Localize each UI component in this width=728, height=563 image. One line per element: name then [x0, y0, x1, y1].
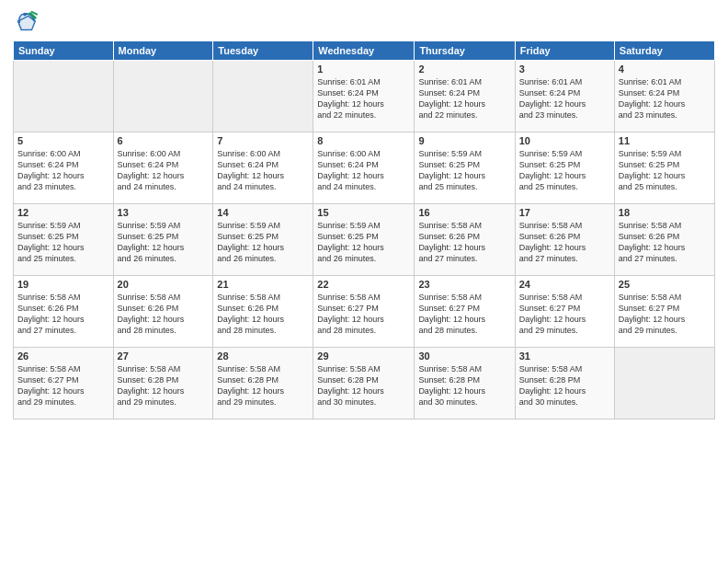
day-number: 20 [118, 279, 210, 290]
calendar-cell [113, 61, 213, 132]
day-info: Sunrise: 5:59 AM Sunset: 6:25 PM Dayligh… [519, 148, 610, 193]
calendar-cell [14, 61, 114, 132]
day-info: Sunrise: 5:58 AM Sunset: 6:28 PM Dayligh… [418, 363, 510, 408]
day-number: 24 [519, 279, 610, 290]
weekday-header-saturday: Saturday [614, 41, 714, 61]
svg-point-2 [23, 13, 27, 17]
day-number: 21 [217, 279, 309, 290]
calendar-cell: 22Sunrise: 5:58 AM Sunset: 6:27 PM Dayli… [313, 276, 415, 348]
day-number: 19 [17, 279, 109, 290]
calendar-cell: 13Sunrise: 5:59 AM Sunset: 6:25 PM Dayli… [113, 204, 213, 276]
day-number: 30 [418, 350, 510, 362]
weekday-header-tuesday: Tuesday [213, 41, 313, 61]
day-number: 12 [17, 207, 109, 218]
calendar-cell: 14Sunrise: 5:59 AM Sunset: 6:25 PM Dayli… [213, 204, 313, 276]
logo-icon [13, 9, 39, 35]
day-number: 5 [17, 135, 109, 146]
weekday-header-wednesday: Wednesday [313, 41, 415, 61]
day-info: Sunrise: 5:58 AM Sunset: 6:26 PM Dayligh… [519, 220, 610, 265]
day-number: 16 [418, 207, 510, 218]
weekday-header-monday: Monday [113, 41, 213, 61]
calendar-cell [614, 348, 714, 419]
calendar-cell [213, 61, 313, 132]
day-info: Sunrise: 5:59 AM Sunset: 6:25 PM Dayligh… [418, 148, 510, 193]
calendar-cell: 1Sunrise: 6:01 AM Sunset: 6:24 PM Daylig… [313, 61, 415, 132]
calendar-cell: 27Sunrise: 5:58 AM Sunset: 6:28 PM Dayli… [113, 348, 213, 419]
calendar-cell: 26Sunrise: 5:58 AM Sunset: 6:27 PM Dayli… [14, 348, 114, 419]
calendar-cell: 24Sunrise: 5:58 AM Sunset: 6:27 PM Dayli… [515, 276, 614, 348]
day-number: 28 [217, 350, 309, 362]
calendar-cell: 29Sunrise: 5:58 AM Sunset: 6:28 PM Dayli… [313, 348, 415, 419]
day-number: 25 [619, 279, 711, 290]
day-number: 26 [17, 350, 109, 362]
header [13, 9, 715, 35]
day-number: 10 [519, 135, 610, 146]
logo [13, 9, 42, 35]
week-row-4: 19Sunrise: 5:58 AM Sunset: 6:26 PM Dayli… [14, 276, 715, 348]
day-info: Sunrise: 5:58 AM Sunset: 6:27 PM Dayligh… [17, 363, 109, 408]
day-info: Sunrise: 6:01 AM Sunset: 6:24 PM Dayligh… [519, 76, 610, 121]
day-info: Sunrise: 5:59 AM Sunset: 6:25 PM Dayligh… [17, 220, 109, 265]
day-number: 22 [317, 279, 410, 290]
day-info: Sunrise: 6:01 AM Sunset: 6:24 PM Dayligh… [619, 76, 711, 121]
day-info: Sunrise: 5:58 AM Sunset: 6:27 PM Dayligh… [317, 292, 410, 337]
calendar-cell: 30Sunrise: 5:58 AM Sunset: 6:28 PM Dayli… [415, 348, 515, 419]
day-info: Sunrise: 5:58 AM Sunset: 6:27 PM Dayligh… [519, 292, 610, 337]
day-info: Sunrise: 5:58 AM Sunset: 6:26 PM Dayligh… [17, 292, 109, 337]
week-row-1: 1Sunrise: 6:01 AM Sunset: 6:24 PM Daylig… [14, 61, 715, 132]
calendar-cell: 25Sunrise: 5:58 AM Sunset: 6:27 PM Dayli… [614, 276, 714, 348]
day-info: Sunrise: 5:58 AM Sunset: 6:26 PM Dayligh… [418, 220, 510, 265]
day-number: 11 [619, 135, 711, 146]
weekday-header-thursday: Thursday [415, 41, 515, 61]
day-number: 31 [519, 350, 610, 362]
day-number: 23 [418, 279, 510, 290]
calendar-cell: 10Sunrise: 5:59 AM Sunset: 6:25 PM Dayli… [515, 132, 614, 204]
day-number: 15 [317, 207, 410, 218]
week-row-3: 12Sunrise: 5:59 AM Sunset: 6:25 PM Dayli… [14, 204, 715, 276]
calendar-cell: 21Sunrise: 5:58 AM Sunset: 6:26 PM Dayli… [213, 276, 313, 348]
calendar-cell: 31Sunrise: 5:58 AM Sunset: 6:28 PM Dayli… [515, 348, 614, 419]
calendar-cell: 20Sunrise: 5:58 AM Sunset: 6:26 PM Dayli… [113, 276, 213, 348]
day-info: Sunrise: 5:58 AM Sunset: 6:28 PM Dayligh… [217, 363, 309, 408]
day-number: 13 [118, 207, 210, 218]
calendar-cell: 4Sunrise: 6:01 AM Sunset: 6:24 PM Daylig… [614, 61, 714, 132]
day-number: 2 [418, 63, 510, 75]
day-info: Sunrise: 5:58 AM Sunset: 6:27 PM Dayligh… [619, 292, 711, 337]
day-number: 9 [418, 135, 510, 146]
day-number: 7 [217, 135, 309, 146]
day-number: 27 [118, 350, 210, 362]
calendar-cell: 12Sunrise: 5:59 AM Sunset: 6:25 PM Dayli… [14, 204, 114, 276]
day-info: Sunrise: 5:58 AM Sunset: 6:28 PM Dayligh… [519, 363, 610, 408]
calendar-cell: 3Sunrise: 6:01 AM Sunset: 6:24 PM Daylig… [515, 61, 614, 132]
calendar-cell: 17Sunrise: 5:58 AM Sunset: 6:26 PM Dayli… [515, 204, 614, 276]
calendar-cell: 16Sunrise: 5:58 AM Sunset: 6:26 PM Dayli… [415, 204, 515, 276]
day-info: Sunrise: 6:00 AM Sunset: 6:24 PM Dayligh… [217, 148, 309, 193]
day-info: Sunrise: 5:58 AM Sunset: 6:28 PM Dayligh… [317, 363, 410, 408]
week-row-2: 5Sunrise: 6:00 AM Sunset: 6:24 PM Daylig… [14, 132, 715, 204]
day-info: Sunrise: 6:00 AM Sunset: 6:24 PM Dayligh… [118, 148, 210, 193]
day-info: Sunrise: 6:00 AM Sunset: 6:24 PM Dayligh… [317, 148, 410, 193]
day-info: Sunrise: 6:00 AM Sunset: 6:24 PM Dayligh… [17, 148, 109, 193]
day-info: Sunrise: 5:59 AM Sunset: 6:25 PM Dayligh… [317, 220, 410, 265]
day-number: 6 [118, 135, 210, 146]
day-number: 17 [519, 207, 610, 218]
calendar-cell: 6Sunrise: 6:00 AM Sunset: 6:24 PM Daylig… [113, 132, 213, 204]
day-info: Sunrise: 5:58 AM Sunset: 6:28 PM Dayligh… [118, 363, 210, 408]
calendar-cell: 5Sunrise: 6:00 AM Sunset: 6:24 PM Daylig… [14, 132, 114, 204]
calendar-cell: 9Sunrise: 5:59 AM Sunset: 6:25 PM Daylig… [415, 132, 515, 204]
calendar-cell: 18Sunrise: 5:58 AM Sunset: 6:26 PM Dayli… [614, 204, 714, 276]
calendar-cell: 28Sunrise: 5:58 AM Sunset: 6:28 PM Dayli… [213, 348, 313, 419]
day-number: 1 [317, 63, 410, 75]
calendar-cell: 7Sunrise: 6:00 AM Sunset: 6:24 PM Daylig… [213, 132, 313, 204]
week-row-5: 26Sunrise: 5:58 AM Sunset: 6:27 PM Dayli… [14, 348, 715, 419]
calendar: SundayMondayTuesdayWednesdayThursdayFrid… [13, 40, 715, 419]
calendar-cell: 15Sunrise: 5:59 AM Sunset: 6:25 PM Dayli… [313, 204, 415, 276]
calendar-cell: 8Sunrise: 6:00 AM Sunset: 6:24 PM Daylig… [313, 132, 415, 204]
day-number: 14 [217, 207, 309, 218]
day-number: 4 [619, 63, 711, 75]
day-info: Sunrise: 5:58 AM Sunset: 6:27 PM Dayligh… [418, 292, 510, 337]
day-number: 3 [519, 63, 610, 75]
day-number: 8 [317, 135, 410, 146]
weekday-header-row: SundayMondayTuesdayWednesdayThursdayFrid… [14, 41, 715, 61]
day-info: Sunrise: 5:58 AM Sunset: 6:26 PM Dayligh… [619, 220, 711, 265]
